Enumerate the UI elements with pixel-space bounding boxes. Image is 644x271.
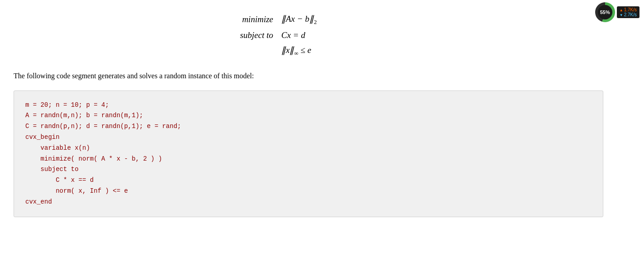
code-line-3: C = randn(p,n); d = randn(p,1); e = rand… [25, 121, 592, 132]
page-content: minimize ‖Ax − b‖2 subject to Cx = d ‖x‖… [0, 0, 644, 231]
code-line-7: subject to [25, 164, 592, 175]
code-line-9: norm( x, Inf ) <= e [25, 186, 592, 197]
code-block: m = 20; n = 10; p = 4; A = randn(m,n); b… [14, 90, 603, 217]
code-line-1: m = 20; n = 10; p = 4; [25, 100, 592, 111]
cpu-percent-label: 55% [598, 5, 612, 19]
constraint-expr: ‖x‖∞ ≤ e [281, 45, 417, 57]
network-speeds-panel: 1.7K/s 2.7K/s [617, 6, 639, 18]
minimize-label: minimize [227, 14, 281, 24]
download-arrow-icon [620, 12, 623, 17]
subject-to-expr: Cx = d [281, 30, 417, 40]
description-text: The following code segment generates and… [14, 71, 630, 81]
upload-speed: 1.7K/s [620, 7, 637, 12]
upload-arrow-icon [620, 7, 623, 12]
subject-to-label: subject to [227, 30, 281, 40]
code-line-2: A = randn(m,n); b = randn(m,1); [25, 110, 592, 121]
code-line-4: cvx_begin [25, 132, 592, 143]
math-display-section: minimize ‖Ax − b‖2 subject to Cx = d ‖x‖… [14, 9, 630, 57]
minimize-expr: ‖Ax − b‖2 [281, 14, 417, 26]
code-line-8: C * x == d [25, 175, 592, 186]
math-layout-grid: minimize ‖Ax − b‖2 subject to Cx = d ‖x‖… [227, 14, 417, 57]
code-line-5: variable x(n) [25, 143, 592, 154]
network-status-overlay: 55% 1.7K/s 2.7K/s [595, 2, 639, 22]
code-line-6: minimize( norm( A * x - b, 2 ) ) [25, 154, 592, 165]
code-line-10: cvx_end [25, 197, 592, 208]
cpu-usage-circle: 55% [595, 2, 615, 22]
download-speed: 2.7K/s [620, 12, 637, 17]
